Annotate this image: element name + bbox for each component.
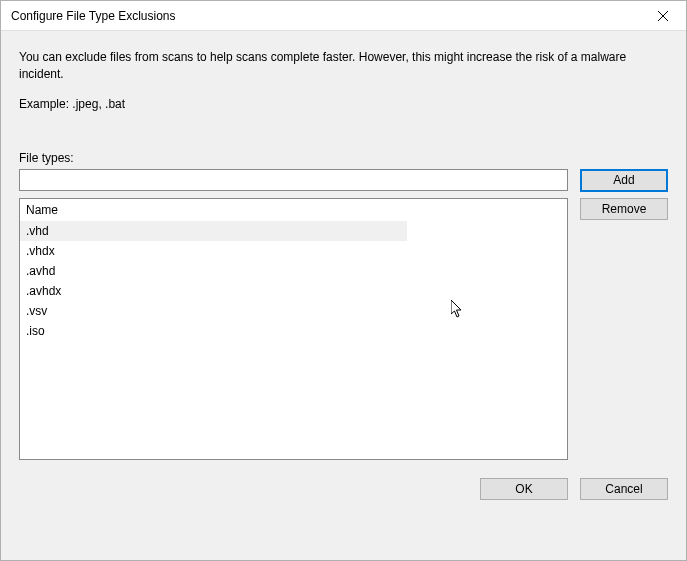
list-item[interactable]: .avhdx — [20, 281, 407, 301]
remove-button[interactable]: Remove — [580, 198, 668, 220]
list-row: Name .vhd.vhdx.avhd.avhdx.vsv.iso Remove — [19, 198, 668, 460]
description-text: You can exclude files from scans to help… — [19, 49, 668, 83]
ok-button[interactable]: OK — [480, 478, 568, 500]
close-button[interactable] — [640, 1, 686, 31]
example-text: Example: .jpeg, .bat — [19, 97, 668, 111]
list-column-header: Name — [20, 199, 567, 221]
dialog-content: You can exclude files from scans to help… — [1, 31, 686, 560]
window-title: Configure File Type Exclusions — [11, 9, 176, 23]
input-row: Add — [19, 169, 668, 192]
file-types-label: File types: — [19, 151, 668, 165]
list-items: .vhd.vhdx.avhd.avhdx.vsv.iso — [20, 221, 567, 341]
dialog-footer: OK Cancel — [19, 466, 668, 500]
titlebar: Configure File Type Exclusions — [1, 1, 686, 31]
file-types-input[interactable] — [19, 169, 568, 191]
file-types-list[interactable]: Name .vhd.vhdx.avhd.avhdx.vsv.iso — [19, 198, 568, 460]
list-item[interactable]: .vhd — [20, 221, 407, 241]
close-icon — [658, 11, 668, 21]
cancel-button[interactable]: Cancel — [580, 478, 668, 500]
list-item[interactable]: .avhd — [20, 261, 407, 281]
list-item[interactable]: .vhdx — [20, 241, 407, 261]
add-button[interactable]: Add — [580, 169, 668, 192]
list-item[interactable]: .vsv — [20, 301, 407, 321]
list-item[interactable]: .iso — [20, 321, 407, 341]
dialog-window: Configure File Type Exclusions You can e… — [0, 0, 687, 561]
